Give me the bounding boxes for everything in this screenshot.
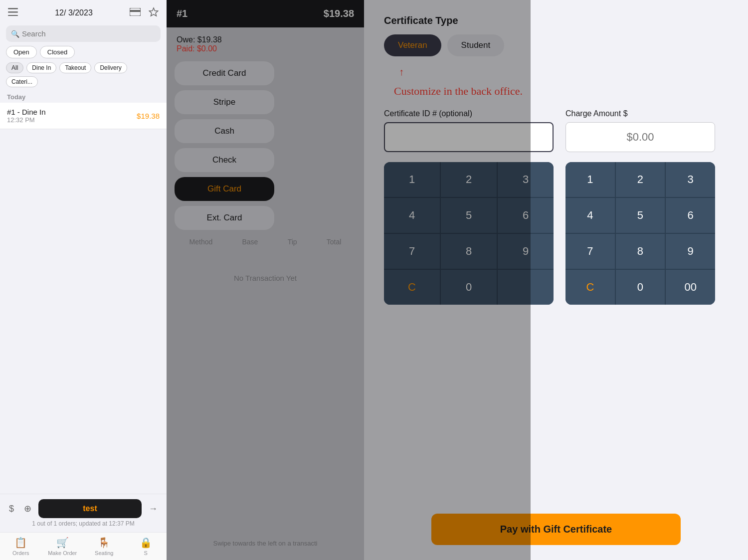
cert-fields-row: Certificate ID # (optional) Charge Amoun…: [384, 109, 728, 152]
search-input[interactable]: [6, 25, 161, 42]
cert-id-label: Certificate ID # (optional): [384, 109, 554, 118]
tag-row: All Dine In Takeout Delivery Cateri...: [0, 62, 167, 91]
charge-amount-group: Charge Amount $: [565, 109, 715, 152]
cert-id-numpad: 1 2 3 4 5 6 7 8 9 C 0: [384, 162, 554, 305]
charge-amount-input[interactable]: [565, 122, 715, 152]
forward-icon-button[interactable]: →: [146, 501, 161, 517]
numpad1-9[interactable]: 9: [498, 234, 554, 269]
tag-delivery[interactable]: Delivery: [94, 62, 127, 73]
svg-rect-4: [130, 10, 141, 12]
tag-catering[interactable]: Cateri...: [6, 76, 38, 87]
search-icon: 🔍: [11, 30, 19, 38]
cash-button[interactable]: Cash: [175, 119, 274, 143]
nav-make-order-label: Make Order: [48, 550, 77, 556]
cert-id-group: Certificate ID # (optional): [384, 109, 554, 152]
order-name: #1 - Dine In: [7, 108, 46, 116]
numpad2-6[interactable]: 6: [666, 198, 715, 233]
numpad2-2[interactable]: 2: [616, 162, 665, 197]
owe-text: Owe: $19.38: [177, 35, 354, 44]
cert-id-input[interactable]: [384, 122, 554, 152]
filter-row: Open Closed: [0, 46, 167, 62]
stripe-button[interactable]: Stripe: [175, 90, 274, 114]
svg-rect-2: [8, 15, 18, 16]
sidebar-top-bar: 12/ 3/2023: [0, 0, 167, 25]
credit-card-button[interactable]: Credit Card: [175, 61, 274, 85]
transactions-header: Method Base Tip Total: [175, 234, 356, 250]
no-transaction-text: No Transaction Yet: [175, 254, 356, 302]
numpad1-6[interactable]: 6: [498, 198, 554, 233]
sidebar: 12/ 3/2023 🔍 Open Closed All Dine In Tak…: [0, 0, 167, 560]
numpad2-4[interactable]: 4: [565, 198, 615, 233]
star-icon-button[interactable]: [147, 5, 161, 20]
numpad1-3[interactable]: 3: [498, 162, 554, 197]
nav-seating-label: Seating: [95, 550, 113, 556]
numpad2-1[interactable]: 1: [565, 162, 615, 197]
nav-seating[interactable]: 🪑 Seating: [83, 533, 125, 560]
numpad2-0[interactable]: 0: [616, 270, 665, 305]
filter-closed-button[interactable]: Closed: [40, 46, 75, 58]
charge-amount-label: Charge Amount $: [565, 109, 715, 118]
card-icon-button[interactable]: [128, 6, 143, 19]
numpad1-4[interactable]: 4: [384, 198, 440, 233]
numpad2-3[interactable]: 3: [666, 162, 715, 197]
sidebar-bottom: $ ⊕ test → 1 out of 1 orders; updated at…: [0, 494, 167, 532]
numpad1-7[interactable]: 7: [384, 234, 440, 269]
make-order-icon: 🛒: [56, 537, 69, 549]
numpad1-empty: [498, 270, 554, 305]
nav-security-label: S: [144, 550, 148, 556]
order-time: 12:32 PM: [7, 116, 46, 124]
order-amount-header: $19.38: [324, 8, 354, 19]
dollar-icon-button[interactable]: $: [6, 501, 17, 517]
check-button[interactable]: Check: [175, 148, 274, 172]
veteran-type-button[interactable]: Veteran: [384, 34, 441, 56]
filter-open-button[interactable]: Open: [6, 46, 37, 58]
pay-with-gift-certificate-button[interactable]: Pay with Gift Certificate: [431, 514, 681, 545]
numpad1-8[interactable]: 8: [441, 234, 497, 269]
gift-card-button[interactable]: Gift Card: [175, 177, 274, 201]
base-header: Base: [242, 238, 258, 246]
ext-card-button[interactable]: Ext. Card: [175, 206, 274, 230]
tag-all[interactable]: All: [6, 62, 23, 73]
numpad1-0[interactable]: 0: [441, 270, 497, 305]
order-item-info: #1 - Dine In 12:32 PM: [7, 108, 46, 124]
numpad1-1[interactable]: 1: [384, 162, 440, 197]
order-list-item[interactable]: #1 - Dine In 12:32 PM $19.38: [0, 103, 167, 129]
charge-amount-numpad: 1 2 3 4 5 6 7 8 9 C 0 00: [565, 162, 715, 305]
svg-rect-1: [8, 11, 18, 13]
orders-icon: 📋: [14, 537, 27, 549]
nav-orders[interactable]: 📋 Orders: [0, 533, 42, 560]
menu-icon-button[interactable]: [6, 6, 20, 19]
test-button[interactable]: test: [38, 499, 142, 518]
numpad1-5[interactable]: 5: [441, 198, 497, 233]
plus-icon-button[interactable]: ⊕: [21, 500, 34, 517]
svg-marker-5: [150, 8, 158, 16]
svg-rect-0: [8, 8, 18, 9]
student-type-button[interactable]: Student: [447, 34, 505, 56]
numpad1-clear[interactable]: C: [384, 270, 440, 305]
numpad2-9[interactable]: 9: [666, 234, 715, 269]
numpad2-8[interactable]: 8: [616, 234, 665, 269]
order-id: #1: [177, 8, 187, 19]
tag-takeout[interactable]: Takeout: [59, 62, 91, 73]
paid-text: Paid: $0.00: [177, 44, 354, 53]
search-container: 🔍: [6, 25, 161, 42]
nav-orders-label: Orders: [12, 550, 29, 556]
numpad2-00[interactable]: 00: [666, 270, 715, 305]
numpad2-5[interactable]: 5: [616, 198, 665, 233]
nav-make-order[interactable]: 🛒 Make Order: [42, 533, 84, 560]
sidebar-status-text: 1 out of 1 orders; updated at 12:37 PM: [6, 520, 161, 527]
numpad2-clear[interactable]: C: [565, 270, 615, 305]
swipe-hint: Swipe towards the left on a transacti: [175, 535, 356, 552]
numpad2-7[interactable]: 7: [565, 234, 615, 269]
gift-certificate-panel: Certificate Type Veteran Student ↑ Custo…: [364, 0, 748, 560]
cert-type-label: Certificate Type: [384, 15, 728, 26]
sidebar-nav: 📋 Orders 🛒 Make Order 🪑 Seating 🔒 S: [0, 532, 167, 560]
nav-security[interactable]: 🔒 S: [125, 533, 167, 560]
customize-note: Customize in the back office.: [394, 84, 728, 99]
center-panel: #1 $19.38 Owe: $19.38 Paid: $0.00 Credit…: [167, 0, 364, 560]
order-amount: $19.38: [137, 112, 160, 120]
numpad1-2[interactable]: 2: [441, 162, 497, 197]
payment-buttons: Credit Card Stripe Cash Check Gift Card …: [175, 61, 356, 230]
method-header: Method: [189, 238, 213, 246]
tag-dine-in[interactable]: Dine In: [26, 62, 56, 73]
